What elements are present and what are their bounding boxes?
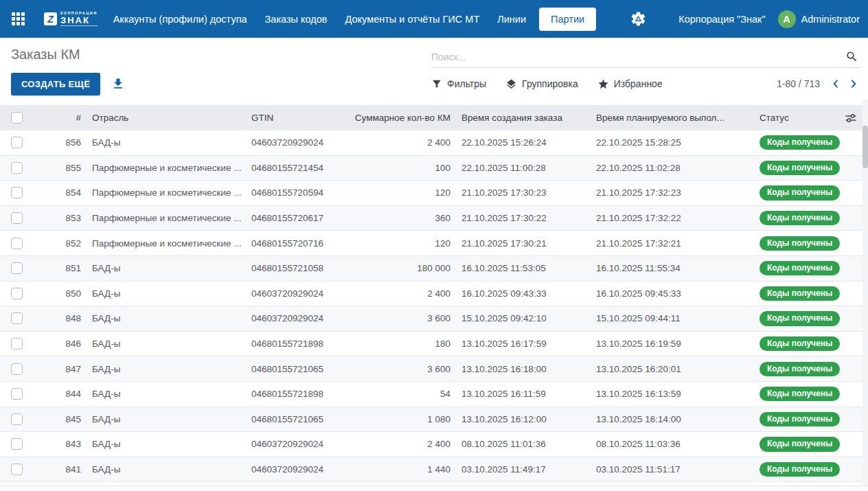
row-checkbox[interactable] — [11, 212, 23, 224]
column-header-industry[interactable]: Отрасль — [87, 113, 249, 123]
cell-created: 03.10.2025 11:49:17 — [455, 464, 589, 475]
cell-quantity: 120 — [345, 238, 455, 249]
nav-item-accounts[interactable]: Аккаунты (профили) доступа — [104, 8, 256, 31]
table-row[interactable]: 853 Парфюмерные и косметические ... 0468… — [0, 206, 868, 231]
column-header-quantity[interactable]: Суммарное кол-во КМ — [345, 113, 455, 123]
search-input[interactable] — [431, 52, 844, 62]
user-menu[interactable]: A Administrator — [778, 10, 860, 28]
row-checkbox[interactable] — [11, 288, 23, 299]
favorites-button[interactable]: Избранное — [597, 78, 663, 90]
filters-button[interactable]: Фильтры — [431, 78, 486, 89]
apps-grid-button[interactable] — [0, 0, 36, 38]
main-nav: Аккаунты (профили) доступа Заказы кодов … — [104, 8, 597, 31]
avatar: A — [778, 10, 796, 28]
vertical-scrollbar[interactable] — [863, 100, 868, 486]
cell-planned: 22.10.2025 15:28:25 — [589, 137, 754, 148]
list-tools: Фильтры Группировка Избранное 1-80 / 713 — [431, 77, 860, 91]
cell-created: 13.10.2025 16:18:00 — [455, 364, 589, 374]
cell-created: 22.10.2025 15:26:24 — [455, 137, 589, 148]
grouping-button[interactable]: Группировка — [505, 78, 578, 90]
orders-table: # Отрасль GTIN Суммарное кол-во КМ Время… — [0, 105, 868, 491]
cell-number: 854 — [32, 187, 87, 198]
table-row[interactable]: 848 БАД-ы 04603720929024 3 600 15.10.202… — [0, 306, 868, 332]
column-header-created[interactable]: Время создания заказа — [455, 113, 589, 123]
cell-created: 13.10.2025 16:11:59 — [455, 389, 589, 399]
table-row[interactable]: 844 БАД-ы 04680155721898 54 13.10.2025 1… — [0, 382, 868, 407]
row-checkbox[interactable] — [11, 388, 23, 400]
status-badge: Коды получены — [760, 412, 840, 426]
nav-item-batches-active[interactable]: Партии — [539, 8, 596, 31]
pagination: 1-80 / 713 — [777, 77, 860, 91]
table-row[interactable]: 845 БАД-ы 04680155721065 1 080 13.10.202… — [0, 407, 868, 433]
row-checkbox[interactable] — [11, 363, 23, 375]
next-page-button[interactable] — [847, 77, 860, 91]
nav-item-lines[interactable]: Линии — [488, 8, 535, 31]
row-checkbox[interactable] — [11, 464, 23, 475]
create-more-button[interactable]: СОЗДАТЬ ЕЩЁ — [11, 73, 100, 95]
cell-gtin: 04680155721898 — [249, 389, 345, 399]
cell-quantity: 180 — [345, 339, 455, 349]
table-row[interactable]: 854 Парфюмерные и косметические ... 0468… — [0, 181, 868, 206]
status-badge: Коды получены — [760, 211, 840, 225]
search-button[interactable] — [844, 49, 860, 65]
horizontal-scrollbar[interactable] — [0, 486, 868, 491]
table-row[interactable]: 847 БАД-ы 04680155721065 3 600 13.10.202… — [0, 356, 868, 382]
prev-page-button[interactable] — [830, 77, 842, 91]
table-row[interactable]: 841 БАД-ы 04603720929024 1 440 03.10.202… — [0, 457, 868, 483]
cell-gtin: 04680155721065 — [249, 414, 345, 424]
table-row[interactable]: 850 БАД-ы 04603720929024 2 400 16.10.202… — [0, 282, 868, 307]
download-button[interactable] — [111, 77, 125, 91]
filter-funnel-icon — [431, 78, 442, 89]
cell-planned: 03.10.2025 11:51:17 — [589, 464, 754, 475]
row-checkbox[interactable] — [11, 438, 23, 450]
cell-number: 848 — [32, 313, 87, 323]
table-row[interactable]: 856 БАД-ы 04603720929024 2 400 22.10.202… — [0, 130, 868, 156]
cell-planned: 13.10.2025 16:19:59 — [589, 339, 754, 349]
column-header-planned[interactable]: Время планируемого выпол... — [589, 113, 754, 123]
nav-item-code-orders[interactable]: Заказы кодов — [256, 8, 336, 31]
column-header-status[interactable]: Статус — [754, 113, 843, 123]
table-row[interactable]: 851 БАД-ы 04680155721058 180 000 16.10.2… — [0, 256, 868, 282]
cell-number: 850 — [32, 288, 87, 299]
nav-item-documents[interactable]: Документы и отчёты ГИС МТ — [336, 8, 489, 31]
cell-industry: БАД-ы — [87, 263, 249, 273]
table-row[interactable]: 843 БАД-ы 04603720929024 2 400 08.10.202… — [0, 432, 868, 457]
table-row[interactable]: 852 Парфюмерные и косметические ... 0468… — [0, 231, 868, 256]
organization-name: Корпорация "Знак" — [678, 14, 765, 25]
status-badge: Коды получены — [760, 387, 840, 401]
column-header-number[interactable]: # — [32, 113, 87, 123]
cell-created: 08.10.2025 11:01:36 — [455, 439, 589, 449]
column-header-gtin[interactable]: GTIN — [249, 113, 345, 123]
grouping-label: Группировка — [522, 78, 578, 89]
row-checkbox[interactable] — [11, 238, 23, 249]
row-checkbox[interactable] — [11, 187, 23, 198]
status-badge: Коды получены — [760, 362, 840, 376]
cell-number: 852 — [32, 238, 87, 249]
cell-quantity: 2 400 — [345, 137, 455, 148]
cell-gtin: 04603720929024 — [249, 439, 345, 449]
brand-logo[interactable]: Z КОРПОРАЦИЯ ЗНАК — [44, 12, 98, 26]
row-checkbox[interactable] — [11, 338, 23, 350]
cell-gtin: 04680155720594 — [249, 187, 345, 198]
cell-created: 13.10.2025 16:17:59 — [455, 339, 589, 349]
column-settings-button[interactable] — [845, 112, 857, 124]
row-checkbox[interactable] — [11, 162, 23, 174]
cell-gtin: 04680155720617 — [249, 213, 345, 223]
table-row[interactable]: 846 БАД-ы 04680155721898 180 13.10.2025 … — [0, 332, 868, 357]
cell-planned: 13.10.2025 16:20:01 — [589, 364, 754, 374]
cell-quantity: 360 — [345, 213, 455, 223]
filters-label: Фильтры — [447, 78, 486, 89]
cell-planned: 16.10.2025 09:45:33 — [589, 288, 754, 299]
cell-gtin: 04603720929024 — [249, 313, 345, 323]
table-row[interactable]: 855 Парфюмерные и косметические ... 0468… — [0, 156, 868, 181]
cell-industry: БАД-ы — [87, 414, 249, 424]
row-checkbox[interactable] — [11, 413, 23, 425]
row-checkbox[interactable] — [11, 262, 23, 274]
settings-gear-button[interactable] — [630, 10, 647, 27]
row-checkbox[interactable] — [11, 312, 23, 324]
cell-number: 851 — [32, 263, 87, 273]
cell-industry: Парфюмерные и косметические ... — [87, 213, 249, 223]
row-checkbox[interactable] — [11, 137, 23, 148]
vertical-scrollbar-thumb[interactable] — [863, 126, 868, 168]
select-all-checkbox[interactable] — [11, 112, 23, 124]
